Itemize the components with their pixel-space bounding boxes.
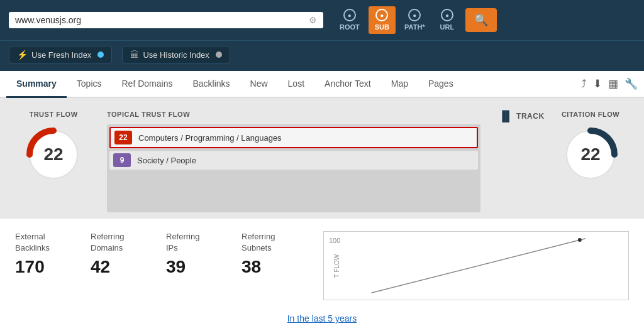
search-button[interactable]: 🔍	[465, 8, 497, 32]
citation-flow-value: 22	[580, 144, 600, 165]
trust-flow-gauge: 22	[22, 123, 85, 186]
sub-icon: ●	[375, 9, 388, 21]
building-icon: 🏛	[130, 50, 139, 60]
settings-icon[interactable]: 🔧	[625, 77, 638, 90]
svg-line-2	[371, 239, 586, 293]
download-icon[interactable]: ⬇	[593, 77, 602, 90]
referring-ips-value: 39	[166, 257, 186, 277]
external-backlinks-value: 170	[15, 257, 45, 277]
stats-row: ExternalBacklinks 170 ReferringDomains 4…	[0, 219, 644, 313]
historic-index-label: Use Historic Index	[143, 50, 209, 60]
bolt-icon: ⚡	[17, 50, 28, 60]
search-input[interactable]	[15, 15, 309, 25]
referring-domains-value: 42	[91, 257, 110, 277]
topical-table: 22 Computers / Programming / Languages 9…	[107, 124, 480, 212]
table-icon[interactable]: ▦	[608, 77, 618, 90]
stat-external-backlinks: ExternalBacklinks 170	[15, 231, 91, 300]
topical-trust-flow-section: TOPICAL TRUST FLOW 22 Computers / Progra…	[94, 111, 493, 212]
tab-pages[interactable]: Pages	[418, 71, 464, 98]
bottom-note: In the last 5 years	[0, 313, 644, 326]
tab-ref-domains[interactable]: Ref Domains	[112, 71, 183, 98]
topical-badge-2: 9	[113, 153, 131, 167]
fresh-dot	[97, 52, 104, 58]
external-backlinks-label: ExternalBacklinks	[15, 231, 50, 254]
trust-flow-value: 22	[43, 144, 63, 165]
tab-map[interactable]: Map	[381, 71, 418, 98]
topical-text-2: Society / People	[137, 156, 196, 165]
trust-flow-label: TRUST FLOW	[29, 111, 77, 118]
fresh-index-button[interactable]: ⚡ Use Fresh Index	[9, 46, 112, 63]
chart-y-label: T FLOW	[333, 254, 340, 278]
nav-buttons: ● ROOT ● SUB ● PATH* ● URL	[333, 6, 460, 34]
tab-summary[interactable]: Summary	[6, 71, 67, 98]
url-button[interactable]: ● URL	[434, 6, 461, 34]
stat-referring-subnets: ReferringSubnets 38	[242, 231, 317, 300]
main-metrics: TRUST FLOW 22 TOPICAL TRUST FLOW 22 Comp…	[0, 98, 644, 219]
track-icon: ▐▌	[498, 111, 513, 122]
topical-label: TOPICAL TRUST FLOW	[107, 111, 480, 118]
top-bar: ⚙ ● ROOT ● SUB ● PATH* ● URL 🔍	[0, 0, 644, 40]
sub-button[interactable]: ● SUB	[369, 6, 396, 34]
citation-flow-label: CITATION FLOW	[562, 111, 619, 118]
tab-anchor-text[interactable]: Anchor Text	[314, 71, 381, 98]
share-icon[interactable]: ⤴	[581, 78, 587, 90]
referring-ips-label: ReferringIPs	[166, 231, 199, 254]
topical-row-2[interactable]: 9 Society / People	[109, 151, 478, 170]
tab-lost[interactable]: Lost	[278, 71, 314, 98]
track-button[interactable]: ▐▌ TRACK	[498, 111, 544, 122]
chart-area: 100 T FLOW	[323, 231, 629, 300]
topical-badge-1: 22	[114, 131, 132, 144]
track-label: TRACK	[516, 112, 545, 121]
root-button[interactable]: ● ROOT	[333, 6, 366, 34]
track-section: ▐▌ TRACK	[493, 111, 550, 212]
url-icon: ●	[441, 9, 453, 21]
search-box: ⚙	[9, 12, 323, 28]
citation-flow-gauge: 22	[559, 123, 622, 186]
tab-topics[interactable]: Topics	[67, 71, 112, 98]
trust-flow-section: TRUST FLOW 22	[13, 111, 94, 212]
tab-new[interactable]: New	[240, 71, 278, 98]
path-button[interactable]: ● PATH*	[398, 6, 431, 34]
historic-index-button[interactable]: 🏛 Use Historic Index	[122, 46, 230, 63]
topical-row-1[interactable]: 22 Computers / Programming / Languages	[109, 127, 478, 148]
index-bar: ⚡ Use Fresh Index 🏛 Use Historic Index	[0, 40, 644, 71]
path-icon: ●	[408, 9, 421, 21]
bottom-link[interactable]: In the last 5 years	[287, 313, 357, 323]
stat-referring-domains: ReferringDomains 42	[91, 231, 166, 300]
historic-dot	[216, 52, 222, 58]
referring-subnets-label: ReferringSubnets	[242, 231, 275, 254]
referring-subnets-value: 38	[242, 257, 261, 277]
svg-point-3	[578, 238, 582, 242]
tab-backlinks[interactable]: Backlinks	[182, 71, 240, 98]
root-icon: ●	[343, 9, 356, 21]
gear-icon[interactable]: ⚙	[309, 15, 317, 25]
tabs-actions: ⤴ ⬇ ▦ 🔧	[581, 77, 638, 90]
citation-flow-section: CITATION FLOW 22	[550, 111, 631, 212]
chart-svg	[343, 232, 628, 300]
stat-referring-ips: ReferringIPs 39	[166, 231, 242, 300]
fresh-index-label: Use Fresh Index	[31, 50, 91, 60]
topical-text-1: Computers / Programming / Languages	[138, 133, 282, 143]
tabs-bar: Summary Topics Ref Domains Backlinks New…	[0, 71, 644, 98]
referring-domains-label: ReferringDomains	[91, 231, 124, 254]
